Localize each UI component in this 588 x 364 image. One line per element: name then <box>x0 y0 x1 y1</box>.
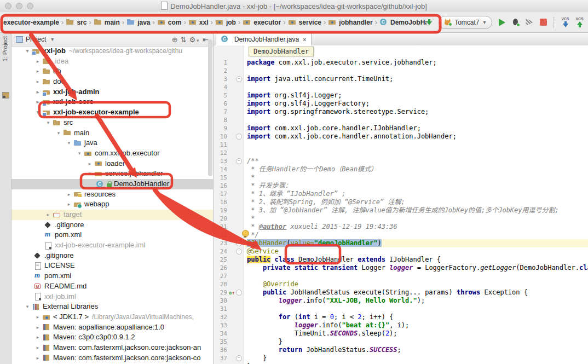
chevron-down-icon[interactable]: ▾ <box>65 138 73 148</box>
breadcrumb-item-executor-example[interactable]: executor-example <box>3 19 59 26</box>
collapse-all-icon[interactable]: ⇅ <box>181 36 187 43</box>
tree-item-xxl-job-executor-example-iml[interactable]: xxl-job-executor-example.iml <box>11 240 213 251</box>
chevron-right-icon[interactable]: ▸ <box>85 159 94 169</box>
navigate-down-icon[interactable] <box>426 19 432 25</box>
chevron-right-icon[interactable]: ▸ <box>65 189 73 200</box>
fold-marker[interactable]: − <box>236 355 242 361</box>
tree-item-license[interactable]: LICENSE <box>11 261 213 271</box>
code-line-36[interactable]: return JobHandleStatus.SUCCESS; <box>245 346 588 354</box>
tree-item-readme-md[interactable]: README.md <box>11 281 213 292</box>
tree-item-service-jobhandler[interactable]: ▾service.jobhandler <box>11 169 213 179</box>
code-line-23[interactable]: @JobHander(value="demoJobHandler") <box>245 239 588 247</box>
fold-marker[interactable]: − <box>236 249 242 255</box>
breadcrumb-item-com[interactable]: com <box>157 18 182 26</box>
editor-tab[interactable]: DemoJobHandler.java × <box>216 33 312 45</box>
tree-item-idea[interactable]: ▸.idea <box>11 56 213 67</box>
tree-item-webapp[interactable]: ▸webapp <box>11 199 213 210</box>
tree-item-maven-com-fasterxml-jackson-core-jackson-co[interactable]: ▸Maven: com.fasterxml.jackson.core:jacks… <box>11 353 213 363</box>
code-line-32[interactable]: for (int i = 0; i < 2; i++) { <box>245 313 588 321</box>
tree-item-main[interactable]: ▾main <box>11 128 213 138</box>
code-line-21[interactable]: * @author xuxueli 2015-12-19 19:43:36 <box>245 223 588 231</box>
code-line-5[interactable]: import org.slf4j.Logger; <box>245 91 588 100</box>
tree-scrollbar[interactable] <box>208 39 212 176</box>
intention-lightbulb-icon[interactable] <box>242 230 249 237</box>
chevron-down-icon[interactable]: ▾ <box>75 148 84 159</box>
tree-item-maven-aopalliance-aopalliance-1-0[interactable]: ▸Maven: aopalliance:aopalliance:1.0 <box>11 322 213 333</box>
run-button[interactable] <box>499 19 505 26</box>
code-line-3[interactable]: import java.util.concurrent.TimeUnit; <box>245 75 588 83</box>
vcs-update-button[interactable]: VCS <box>561 17 569 27</box>
vcs-commit-button[interactable]: VCS <box>576 17 584 27</box>
tree-item-pom-xml[interactable]: pom.xml <box>11 230 213 240</box>
fold-marker[interactable]: − <box>236 134 242 140</box>
code-line-35[interactable]: } <box>245 338 588 346</box>
tree-item-xxl-job-admin[interactable]: ▸xxl-job-admin <box>11 87 213 97</box>
tree-item-loader[interactable]: ▸loader <box>11 159 213 169</box>
tree-item-target[interactable]: ▸target <box>11 210 213 220</box>
chevron-right-icon[interactable]: ▸ <box>33 87 42 97</box>
code-line-4[interactable] <box>245 83 588 91</box>
code-line-34[interactable]: TimeUnit.SECONDS.sleep(2); <box>245 330 588 338</box>
code-line-6[interactable]: import org.slf4j.LoggerFactory; <box>245 100 588 108</box>
run-with-coverage-button[interactable] <box>526 19 533 26</box>
chevron-down-icon[interactable]: ▾ <box>23 302 32 312</box>
chevron-down-icon[interactable]: ▾ <box>85 169 94 179</box>
tree-item-xxl-job-core[interactable]: ▸xxl-job-core <box>11 97 213 107</box>
code-line-17[interactable]: * 1、继承 “IJobHandler” ; <box>245 190 588 198</box>
breadcrumb-item-src[interactable]: src <box>66 18 87 26</box>
chevron-right-icon[interactable]: ▸ <box>33 77 42 87</box>
tree-item-src[interactable]: ▾src <box>11 118 213 128</box>
chevron-down-icon[interactable]: ▾ <box>33 107 42 118</box>
code-line-16[interactable]: * 开发步骤： <box>245 182 588 190</box>
code-line-24[interactable]: @Service <box>245 247 588 256</box>
tree-item-xxl-job[interactable]: ▾xxl-job ~/workspaces/idea-git-workspace… <box>11 46 213 56</box>
tree-item-maven-c3p0-c3p0-0-9-1-2[interactable]: ▸Maven: c3p0:c3p0:0.9.1.2 <box>11 332 213 343</box>
tree-item-java[interactable]: ▾java <box>11 138 213 148</box>
breadcrumb-item-service[interactable]: service <box>288 18 321 26</box>
chevron-down-icon[interactable]: ▾ <box>23 46 32 56</box>
fold-marker[interactable]: − <box>236 76 242 82</box>
tree-item-doc[interactable]: ▸doc <box>11 77 213 87</box>
tree-item-jdk1-7[interactable]: ▸< JDK1.7 > /Library/Java/JavaVirtualMac… <box>11 312 213 322</box>
code-line-18[interactable]: * 2、装配到Spring, 例如加 “@Service” 注解; <box>245 198 588 206</box>
fold-marker[interactable]: − <box>236 240 242 246</box>
code-line-12[interactable] <box>245 149 588 157</box>
code-line-13[interactable]: /** <box>245 157 588 165</box>
chevron-down-icon[interactable]: ▼ <box>50 37 55 42</box>
chevron-down-icon[interactable]: ▾ <box>54 128 63 138</box>
breadcrumb-item-xxl[interactable]: xxl <box>188 18 209 26</box>
code-line-19[interactable]: * 3、加 “@JobHander” 注解, 注解value值为新增任务生成的J… <box>245 206 588 215</box>
breadcrumb-item-executor[interactable]: executor <box>243 18 281 26</box>
code-line-33[interactable]: logger.info("beat at:{}", i); <box>245 321 588 330</box>
code-line-28[interactable]: @Override <box>245 280 588 288</box>
fold-marker[interactable]: − <box>236 290 242 296</box>
chevron-right-icon[interactable]: ▸ <box>33 56 42 67</box>
breadcrumb-item-java[interactable]: java <box>126 18 150 26</box>
breadcrumb-item-job[interactable]: job <box>215 18 236 26</box>
code-line-10[interactable]: import com.xxl.job.core.handler.annotati… <box>245 132 588 141</box>
code-line-31[interactable] <box>245 305 588 313</box>
code-line-2[interactable] <box>245 67 588 75</box>
chevron-right-icon[interactable]: ▸ <box>33 332 42 343</box>
chevron-right-icon[interactable]: ▸ <box>33 353 42 363</box>
debug-button[interactable] <box>512 19 519 26</box>
code-line-29[interactable]: public JobHandleStatus execute(String...… <box>245 288 588 297</box>
tree-item-maven-com-fasterxml-jackson-core-jackson-an[interactable]: ▸Maven: com.fasterxml.jackson.core:jacks… <box>11 343 213 353</box>
tree-item-xxl-job-executor-example[interactable]: ▾xxl-job-executor-example <box>11 107 213 118</box>
code-line-30[interactable]: logger.info("XXL-JOB, Hello World."); <box>245 297 588 305</box>
breadcrumb-item-main[interactable]: main <box>94 18 120 26</box>
project-tool-window-button[interactable]: 1: Project <box>2 36 8 61</box>
close-tab-icon[interactable]: × <box>303 36 306 43</box>
tree-item-demojobhandler[interactable]: DemoJobHandler <box>11 179 213 189</box>
chevron-right-icon[interactable]: ▸ <box>33 343 42 353</box>
run-configuration-select[interactable]: Tomcat7 ▼ <box>439 16 492 29</box>
code-line-26[interactable]: private static transient Logger logger =… <box>245 264 588 272</box>
code-line-1[interactable]: package com.xxl.job.executor.service.job… <box>245 59 588 67</box>
stop-button[interactable] <box>540 19 547 26</box>
code-line-9[interactable]: import com.xxl.job.core.handler.IJobHand… <box>245 124 588 132</box>
breadcrumb-item-demojobhandler[interactable]: DemoJobHandler <box>379 18 426 26</box>
tree-item-pom-xml[interactable]: pom.xml <box>11 271 213 281</box>
chevron-right-icon[interactable]: ▸ <box>33 322 42 333</box>
chevron-right-icon[interactable]: ▸ <box>33 312 42 322</box>
code-line-20[interactable]: * <box>245 215 588 223</box>
